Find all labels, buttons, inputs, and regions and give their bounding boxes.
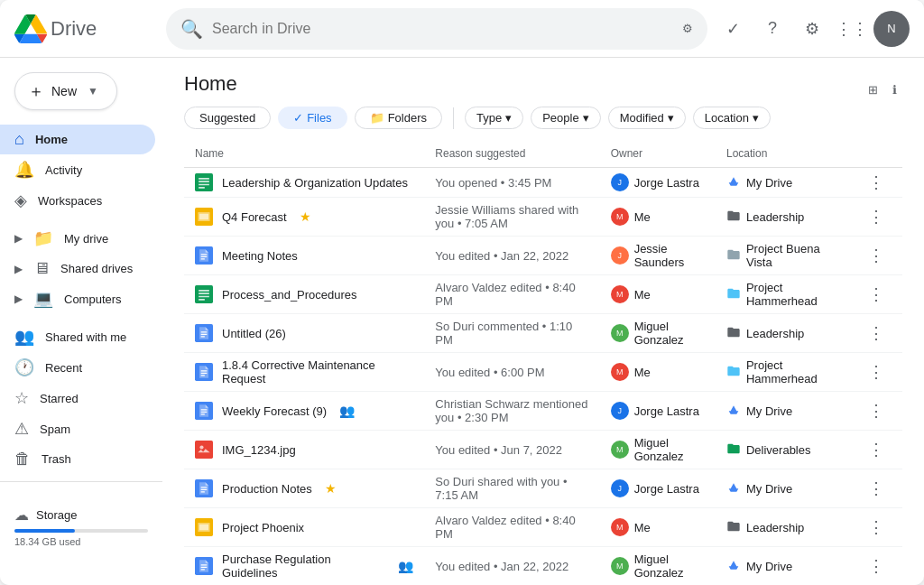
sidebar-item-computers[interactable]: ▶ 💻 Computers bbox=[0, 283, 162, 314]
file-name-cell: Production Notes ★ bbox=[195, 479, 413, 497]
settings-icon[interactable]: ⚙ bbox=[794, 11, 830, 47]
help-icon[interactable]: ? bbox=[754, 11, 790, 47]
file-type-icon bbox=[195, 208, 213, 226]
more-options-button[interactable]: ⋮ bbox=[861, 476, 892, 501]
sidebar-item-starred[interactable]: ☆ Starred bbox=[0, 383, 155, 413]
sidebar-item-trash[interactable]: 🗑 Trash bbox=[0, 444, 155, 474]
sidebar-item-my-drive[interactable]: ▶ 📁 My drive bbox=[0, 223, 162, 254]
more-options-button[interactable]: ⋮ bbox=[861, 170, 892, 195]
files-tab[interactable]: ✓ Files bbox=[278, 107, 346, 129]
table-row[interactable]: Purchase Regulation Guidelines 👥 You edi… bbox=[184, 547, 902, 586]
file-table-container: Name Reason suggested Owner Location Lea… bbox=[162, 140, 924, 585]
file-name: Leadership & Organization Updates bbox=[222, 176, 408, 190]
owner-avatar: M bbox=[611, 324, 629, 342]
location-folder-icon bbox=[726, 174, 741, 191]
shared-drives-label: Shared drives bbox=[60, 262, 133, 275]
more-options-button[interactable]: ⋮ bbox=[861, 320, 892, 346]
table-row[interactable]: Project Phoenix Alvaro Valdez edited • 8… bbox=[184, 508, 902, 547]
avatar[interactable]: N bbox=[873, 11, 910, 47]
file-name: Process_and_Procedures bbox=[222, 288, 357, 302]
sidebar: ＋ New ▼ ⌂ Home 🔔 Activity ◈ Workspaces ▶… bbox=[0, 58, 162, 585]
modified-filter-button[interactable]: Modified ▾ bbox=[608, 107, 686, 129]
location-folder-icon bbox=[726, 403, 741, 420]
table-row[interactable]: Meeting Notes You edited • Jan 22, 2022 … bbox=[184, 237, 902, 275]
file-name-cell: Q4 Forecast ★ bbox=[195, 208, 413, 226]
file-name-cell: IMG_1234.jpg bbox=[195, 441, 413, 459]
info-button[interactable]: ℹ bbox=[887, 78, 902, 102]
apps-icon[interactable]: ⋮⋮ bbox=[834, 11, 870, 47]
file-table: Name Reason suggested Owner Location Lea… bbox=[184, 140, 902, 585]
expand-icon: ▶ bbox=[14, 232, 23, 245]
location-name: Deliverables bbox=[746, 443, 811, 457]
more-options-button[interactable]: ⋮ bbox=[861, 553, 892, 579]
reason-cell: Jessie Williams shared with you • 7:05 A… bbox=[424, 198, 599, 237]
location-name: My Drive bbox=[746, 482, 792, 496]
more-options-button[interactable]: ⋮ bbox=[861, 515, 892, 540]
owner-avatar: M bbox=[611, 208, 629, 226]
table-row[interactable]: IMG_1234.jpg You edited • Jun 7, 2022 M … bbox=[184, 431, 902, 469]
table-row[interactable]: 1.8.4 Corrective Maintenance Request You… bbox=[184, 353, 902, 392]
file-name-cell: Process_and_Procedures bbox=[195, 285, 413, 303]
storage-bar-background bbox=[14, 529, 148, 533]
my-drive-icon: 📁 bbox=[33, 228, 53, 248]
my-drive-label: My drive bbox=[64, 232, 108, 246]
sidebar-item-spam[interactable]: ⚠ Spam bbox=[0, 413, 155, 444]
starred-label: Starred bbox=[40, 392, 79, 405]
storage-label: Storage bbox=[36, 508, 78, 522]
sidebar-item-shared-drives[interactable]: ▶ 🖥 Shared drives bbox=[0, 254, 162, 283]
sidebar-item-workspaces[interactable]: ◈ Workspaces bbox=[0, 185, 155, 216]
new-button[interactable]: ＋ New ▼ bbox=[14, 72, 117, 110]
table-row[interactable]: Untitled (26) So Duri commented • 1:10 P… bbox=[184, 314, 902, 353]
table-row[interactable]: Production Notes ★ So Duri shared with y… bbox=[184, 469, 902, 508]
owner-cell: J Jorge Lastra bbox=[611, 479, 705, 497]
owner-cell: M Me bbox=[611, 363, 705, 381]
search-icon: 🔍 bbox=[180, 18, 203, 40]
search-bar[interactable]: 🔍 ⚙ bbox=[166, 8, 707, 50]
more-options-button[interactable]: ⋮ bbox=[861, 398, 892, 423]
file-type-icon bbox=[195, 557, 213, 575]
file-name: 1.8.4 Corrective Maintenance Request bbox=[222, 358, 413, 385]
more-options-button[interactable]: ⋮ bbox=[861, 359, 892, 385]
location-folder-icon bbox=[726, 480, 741, 497]
file-type-icon bbox=[195, 479, 213, 497]
more-options-button[interactable]: ⋮ bbox=[861, 437, 892, 462]
svg-rect-14 bbox=[199, 525, 208, 531]
shared-with-me-icon: 👥 bbox=[14, 327, 34, 347]
file-name: Production Notes bbox=[222, 482, 312, 496]
folders-tab[interactable]: 📁 Folders bbox=[355, 107, 442, 129]
location-folder-icon bbox=[726, 325, 741, 342]
file-name-cell: Weekly Forecast (9) 👥 bbox=[195, 402, 413, 420]
header-actions: ✓ ? ⚙ ⋮⋮ N bbox=[715, 11, 910, 47]
star-icon[interactable]: ★ bbox=[325, 481, 337, 496]
grid-view-button[interactable]: ⊞ bbox=[863, 78, 883, 102]
suggested-tab[interactable]: Suggested bbox=[184, 107, 271, 129]
table-row[interactable]: Leadership & Organization Updates You op… bbox=[184, 168, 902, 198]
more-options-button[interactable]: ⋮ bbox=[861, 204, 892, 229]
file-name: Q4 Forecast bbox=[222, 210, 287, 224]
sidebar-item-home[interactable]: ⌂ Home bbox=[0, 125, 155, 154]
search-tune-icon[interactable]: ⚙ bbox=[682, 22, 693, 35]
people-filter-button[interactable]: People ▾ bbox=[531, 107, 600, 129]
sidebar-item-home-label: Home bbox=[35, 133, 68, 146]
star-icon[interactable]: ★ bbox=[300, 209, 311, 224]
storage-area: ☁ Storage 18.34 GB used bbox=[0, 496, 162, 558]
more-options-button[interactable]: ⋮ bbox=[861, 243, 892, 268]
main-content: Home ⊞ ℹ Suggested ✓ Files 📁 Folders bbox=[162, 58, 924, 585]
owner-cell: J Jorge Lastra bbox=[611, 173, 705, 191]
location-filter-button[interactable]: Location ▾ bbox=[693, 107, 771, 129]
owner-name: Me bbox=[634, 521, 651, 534]
table-row[interactable]: Q4 Forecast ★ Jessie Williams shared wit… bbox=[184, 198, 902, 237]
table-row[interactable]: Process_and_Procedures Alvaro Valdez edi… bbox=[184, 275, 902, 314]
more-options-button[interactable]: ⋮ bbox=[861, 282, 892, 307]
search-input[interactable] bbox=[212, 21, 673, 37]
checklist-icon[interactable]: ✓ bbox=[715, 11, 751, 47]
type-filter-button[interactable]: Type ▾ bbox=[465, 107, 523, 129]
sidebar-item-shared-with-me[interactable]: 👥 Shared with me bbox=[0, 321, 155, 352]
table-row[interactable]: Weekly Forecast (9) 👥 Christian Schwarz … bbox=[184, 392, 902, 431]
location-folder-icon bbox=[726, 364, 741, 381]
file-name-cell: Leadership & Organization Updates bbox=[195, 173, 413, 191]
file-name: Weekly Forecast (9) bbox=[222, 404, 327, 418]
sidebar-item-activity[interactable]: 🔔 Activity bbox=[0, 154, 155, 185]
sidebar-item-recent[interactable]: 🕐 Recent bbox=[0, 352, 155, 383]
page-title: Home bbox=[184, 72, 237, 96]
